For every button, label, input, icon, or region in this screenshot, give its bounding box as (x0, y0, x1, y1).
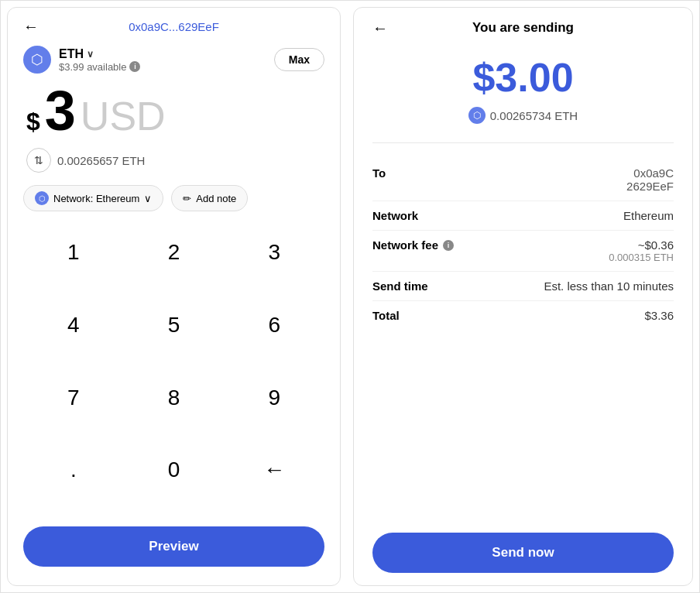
token-row: ⬡ ETH ∨ $3.99 available i Max (23, 46, 324, 74)
to-label: To (372, 166, 386, 180)
left-header: ← 0x0a9C...629EeF (23, 20, 324, 33)
send-time-row: Send time Est. less than 10 minutes (372, 272, 674, 301)
right-header: ← You are sending (372, 20, 674, 36)
right-back-button[interactable]: ← (372, 19, 388, 37)
token-info: ⬡ ETH ∨ $3.99 available i (23, 46, 140, 74)
amount-display: $ 3 USD (23, 83, 324, 139)
total-value: $3.36 (644, 309, 674, 322)
network-label: Network: Ethereum (53, 193, 139, 204)
numpad-key-4[interactable]: 4 (23, 300, 124, 351)
network-value: Ethereum (623, 209, 674, 222)
token-name-row[interactable]: ETH ∨ (59, 47, 140, 61)
network-button[interactable]: ⬡ Network: Ethereum ∨ (23, 185, 163, 211)
to-row: To 0x0a9C 2629EeF (372, 159, 674, 201)
numpad-key-8[interactable]: 8 (124, 372, 225, 423)
network-row: Network Ethereum (372, 201, 674, 231)
token-balance: $3.99 available i (59, 61, 140, 73)
preview-button[interactable]: Preview (23, 526, 324, 567)
controls-row: ⬡ Network: Ethereum ∨ ✏ Add note (23, 185, 324, 211)
fee-info-icon[interactable]: i (443, 240, 454, 251)
eth-amount-row: ⇅ 0.00265657 ETH (23, 148, 324, 173)
send-time-label: Send time (372, 279, 428, 293)
to-address-line1: 0x0a9C (626, 166, 674, 180)
network-label: Network (372, 209, 418, 222)
add-note-label: Add note (196, 193, 236, 204)
you-are-sending-title: You are sending (472, 20, 574, 36)
numpad-key-backspace[interactable]: ← (224, 444, 324, 495)
divider (372, 142, 674, 143)
amount-currency: USD (81, 96, 166, 136)
network-eth-icon: ⬡ (35, 191, 49, 205)
send-amount-eth: ⬡ 0.00265734 ETH (372, 107, 674, 124)
fee-value-block: ~$0.36 0.000315 ETH (609, 238, 674, 263)
numpad-key-9[interactable]: 9 (224, 372, 324, 423)
numpad-key-6[interactable]: 6 (224, 300, 324, 351)
numpad-key-5[interactable]: 5 (124, 300, 225, 351)
send-time-value: Est. less than 10 minutes (544, 279, 674, 293)
numpad-key-0[interactable]: 0 (124, 444, 225, 495)
balance-info-icon[interactable]: i (129, 61, 140, 72)
fee-label-block: Network fee i (372, 238, 454, 252)
confirm-panel: ← You are sending $3.00 ⬡ 0.00265734 ETH… (353, 7, 693, 586)
dollar-sign: $ (26, 108, 40, 136)
numpad-key-7[interactable]: 7 (23, 372, 124, 423)
send-eth-icon: ⬡ (468, 107, 486, 124)
to-address-line2: 2629EeF (626, 180, 674, 193)
total-label: Total (372, 309, 400, 322)
balance-text: $3.99 available (59, 61, 126, 73)
token-details: ETH ∨ $3.99 available i (59, 47, 140, 73)
network-chevron-icon: ∨ (144, 193, 152, 204)
eth-amount-text: 0.00265657 ETH (57, 154, 145, 167)
numpad-key-dot[interactable]: . (23, 444, 124, 495)
token-chevron-icon: ∨ (87, 49, 94, 60)
total-row: Total $3.36 (372, 301, 674, 330)
swap-icon[interactable]: ⇅ (26, 148, 51, 173)
fee-usd: ~$0.36 (609, 238, 674, 252)
send-panel: ← 0x0a9C...629EeF ⬡ ETH ∨ $3.99 availabl… (7, 7, 341, 586)
numpad-key-1[interactable]: 1 (23, 227, 124, 278)
numpad-key-2[interactable]: 2 (124, 227, 225, 278)
send-eth-amount: 0.00265734 ETH (490, 109, 578, 122)
pencil-icon: ✏ (183, 193, 191, 204)
numpad: 1 2 3 4 5 6 7 8 9 . 0 ← (23, 227, 324, 517)
add-note-button[interactable]: ✏ Add note (171, 185, 248, 211)
max-button[interactable]: Max (274, 48, 324, 71)
amount-number: 3 (45, 83, 76, 139)
app-container: ← 0x0a9C...629EeF ⬡ ETH ∨ $3.99 availabl… (0, 0, 700, 593)
fee-eth: 0.000315 ETH (609, 252, 674, 263)
fee-row: Network fee i ~$0.36 0.000315 ETH (372, 231, 674, 272)
detail-rows: To 0x0a9C 2629EeF Network Ethereum Netwo… (372, 159, 674, 533)
eth-icon: ⬡ (23, 46, 51, 74)
send-amount-usd: $3.00 (372, 54, 674, 101)
to-address-block: 0x0a9C 2629EeF (626, 166, 674, 193)
right-panel-inner: ← You are sending $3.00 ⬡ 0.00265734 ETH… (372, 20, 674, 573)
fee-label: Network fee (372, 238, 438, 252)
numpad-key-3[interactable]: 3 (224, 227, 324, 278)
back-button[interactable]: ← (23, 18, 39, 36)
token-name-label: ETH (59, 47, 84, 61)
send-now-button[interactable]: Send now (372, 533, 674, 573)
wallet-address[interactable]: 0x0a9C...629EeF (129, 20, 219, 33)
